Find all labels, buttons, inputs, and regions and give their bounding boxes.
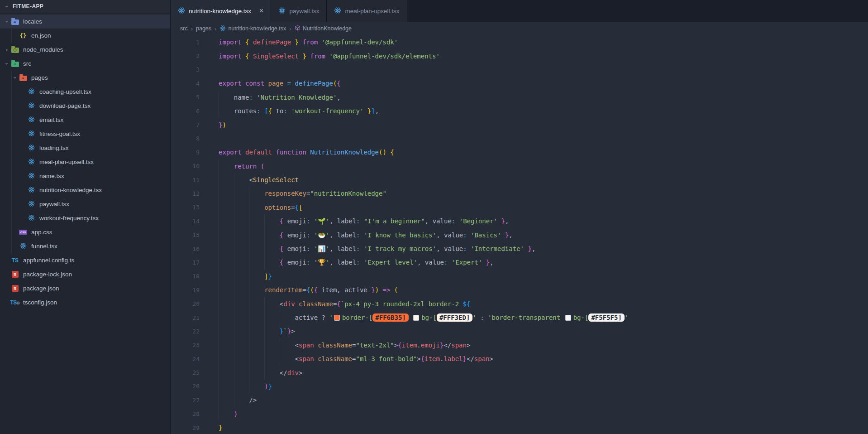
tree-item-node-modules[interactable]: ›⬡node_modules bbox=[0, 43, 170, 57]
line-number: 20 bbox=[171, 300, 200, 307]
code-token: { bbox=[245, 53, 253, 60]
code-line-29[interactable]: 29} bbox=[171, 421, 868, 434]
tree-item-coaching-upsell-tsx[interactable]: coaching-upsell.tsx bbox=[0, 85, 170, 99]
code-token: { bbox=[314, 286, 318, 294]
code-token: 'I know the basics' bbox=[364, 231, 436, 239]
code-line-3[interactable]: 3 bbox=[171, 63, 868, 77]
breadcrumb-segment-pages[interactable]: pages bbox=[196, 25, 211, 32]
color-swatch-icon bbox=[413, 315, 419, 321]
tree-item-fitness-goal-tsx[interactable]: fitness-goal.tsx bbox=[0, 127, 170, 141]
code-token bbox=[310, 259, 314, 266]
tab-paywall-tsx[interactable]: paywall.tsx bbox=[271, 0, 327, 22]
tree-item-nutrition-knowledge-tsx[interactable]: nutrition-knowledge.tsx bbox=[0, 183, 170, 197]
line-number: 16 bbox=[171, 246, 200, 252]
code-line-26[interactable]: 26 )} bbox=[171, 380, 868, 393]
code-line-16[interactable]: 16 { emoji: '📊', label: 'I track my macr… bbox=[171, 242, 868, 256]
code-line-6[interactable]: 6 routes: [{ to: 'workout-frequency' }], bbox=[171, 104, 868, 118]
tree-item-workout-frequency-tsx[interactable]: workout-frequency.tsx bbox=[0, 211, 170, 225]
code-line-10[interactable]: 10 return ( bbox=[171, 159, 868, 173]
code-token: renderItem bbox=[219, 286, 302, 294]
code-line-21[interactable]: 21 active ? 'border-[#FF6B35] bg-[#FFF3E… bbox=[171, 311, 868, 324]
tree-item-label: paywall.tsx bbox=[39, 201, 69, 207]
code-editor[interactable]: 1import { definePage } from '@appfunnel-… bbox=[171, 35, 868, 434]
tree-item-app-css[interactable]: cssapp.css bbox=[0, 225, 170, 239]
code-token: item bbox=[402, 342, 417, 349]
tree-item-download-page-tsx[interactable]: download-page.tsx bbox=[0, 99, 170, 113]
tab-nutrition-knowledge-tsx[interactable]: nutrition-knowledge.tsx× bbox=[171, 0, 271, 22]
chevron-down-icon[interactable]: › bbox=[12, 75, 19, 81]
code-line-19[interactable]: 19 renderItem={({ item, active }) => ( bbox=[171, 283, 868, 297]
tree-item-src[interactable]: ›‹›src bbox=[0, 57, 170, 71]
line-number: 18 bbox=[171, 273, 200, 280]
tree-item-name-tsx[interactable]: name.tsx bbox=[0, 169, 170, 183]
code-line-1[interactable]: 1import { definePage } from '@appfunnel-… bbox=[171, 35, 868, 49]
code-token bbox=[287, 107, 291, 115]
code-line-8[interactable]: 8 bbox=[171, 132, 868, 145]
code-token: from bbox=[306, 53, 329, 60]
code-token: span bbox=[299, 355, 314, 362]
tree-item-meal-plan-upsell-tsx[interactable]: meal-plan-upsell.tsx bbox=[0, 155, 170, 169]
code-token bbox=[390, 286, 394, 294]
tree-item-label: workout-frequency.tsx bbox=[39, 215, 99, 222]
tree-item-appfunnel-config-ts[interactable]: TSappfunnel.config.ts bbox=[0, 253, 170, 267]
color-swatch-icon bbox=[334, 315, 340, 321]
code-token: </ bbox=[219, 369, 287, 376]
code-token: { bbox=[421, 355, 424, 362]
code-token bbox=[314, 342, 318, 349]
tsconfig-icon: TS⚙ bbox=[10, 299, 20, 306]
code-token: emoji bbox=[287, 259, 306, 266]
code-line-28[interactable]: 28 ) bbox=[171, 407, 868, 421]
code-line-24[interactable]: 24 <span className="ml-3 font-bold">{ite… bbox=[171, 352, 868, 366]
code-line-15[interactable]: 15 { emoji: '🥗', label: 'I know the basi… bbox=[171, 228, 868, 241]
close-icon[interactable]: × bbox=[259, 7, 263, 14]
code-line-17[interactable]: 17 { emoji: '🏆', label: 'Expert level', … bbox=[171, 256, 868, 269]
code-line-27[interactable]: 27 /> bbox=[171, 393, 868, 407]
chevron-down-icon[interactable]: › bbox=[4, 61, 10, 67]
tree-item-package-json[interactable]: npackage.json bbox=[0, 281, 170, 295]
tree-item-en-json[interactable]: {}en.json bbox=[0, 29, 170, 43]
code-line-7[interactable]: 7}) bbox=[171, 118, 868, 131]
code-token: emoji bbox=[421, 342, 440, 349]
code-token: : bbox=[249, 94, 253, 101]
code-token: , label bbox=[329, 217, 356, 225]
tree-item-label: en.json bbox=[31, 32, 51, 39]
tree-item-loading-tsx[interactable]: loading.tsx bbox=[0, 141, 170, 155]
code-line-22[interactable]: 22 }`}> bbox=[171, 324, 868, 338]
code-token: => bbox=[383, 286, 391, 294]
code-line-12[interactable]: 12 responseKey="nutritionKnowledge" bbox=[171, 187, 868, 200]
code-line-20[interactable]: 20 <div className={`px-4 py-3 rounded-2x… bbox=[171, 297, 868, 310]
code-token: `px-4 py-3 rounded-2xl border-2 bbox=[341, 300, 463, 308]
breadcrumb-separator: › bbox=[289, 25, 291, 32]
code-line-23[interactable]: 23 <span className="text-2xl">{item.emoj… bbox=[171, 338, 868, 352]
tree-item-package-lock-json[interactable]: npackage-lock.json bbox=[0, 267, 170, 281]
code-line-11[interactable]: 11 <SingleSelect bbox=[171, 173, 868, 187]
tree-item-label: package.json bbox=[23, 285, 59, 292]
code-line-25[interactable]: 25 </div> bbox=[171, 366, 868, 379]
breadcrumb-file[interactable]: nutrition-knowledge.tsx bbox=[219, 25, 286, 33]
breadcrumb-segment-src[interactable]: src bbox=[180, 25, 188, 32]
chevron-right-icon[interactable]: › bbox=[4, 46, 10, 53]
tree-item-tsconfig-json[interactable]: TS⚙tsconfig.json bbox=[0, 295, 170, 309]
code-line-14[interactable]: 14 { emoji: '🌱', label: "I'm a beginner"… bbox=[171, 214, 868, 228]
breadcrumb-symbol[interactable]: NutritionKnowledge bbox=[295, 25, 352, 32]
react-icon bbox=[28, 186, 35, 194]
code-line-18[interactable]: 18 ]} bbox=[171, 270, 868, 283]
tree-item-label: tsconfig.json bbox=[23, 299, 57, 306]
code-line-9[interactable]: 9export default function NutritionKnowle… bbox=[171, 145, 868, 159]
code-line-2[interactable]: 2import { SingleSelect } from '@appfunne… bbox=[171, 49, 868, 63]
code-token bbox=[448, 259, 451, 266]
code-token: , bbox=[532, 245, 535, 252]
tree-item-locales[interactable]: ›Alocales bbox=[0, 14, 170, 29]
code-token: , value bbox=[436, 245, 463, 252]
workspace-root-row[interactable]: › FITME-APP bbox=[0, 0, 170, 13]
chevron-down-icon[interactable]: › bbox=[4, 19, 10, 25]
tab-meal-plan-upsell-tsx[interactable]: meal-plan-upsell.tsx bbox=[327, 0, 407, 22]
code-token: ) bbox=[222, 121, 226, 129]
code-line-4[interactable]: 4export const page = definePage({ bbox=[171, 77, 868, 90]
code-line-5[interactable]: 5 name: 'Nutrition Knowledge', bbox=[171, 91, 868, 104]
tree-item-paywall-tsx[interactable]: paywall.tsx bbox=[0, 197, 170, 211]
code-line-13[interactable]: 13 options={[ bbox=[171, 201, 868, 214]
tree-item-email-tsx[interactable]: email.tsx bbox=[0, 113, 170, 127]
tree-item-pages[interactable]: ›●pages bbox=[0, 71, 170, 85]
tree-item-funnel-tsx[interactable]: funnel.tsx bbox=[0, 239, 170, 253]
